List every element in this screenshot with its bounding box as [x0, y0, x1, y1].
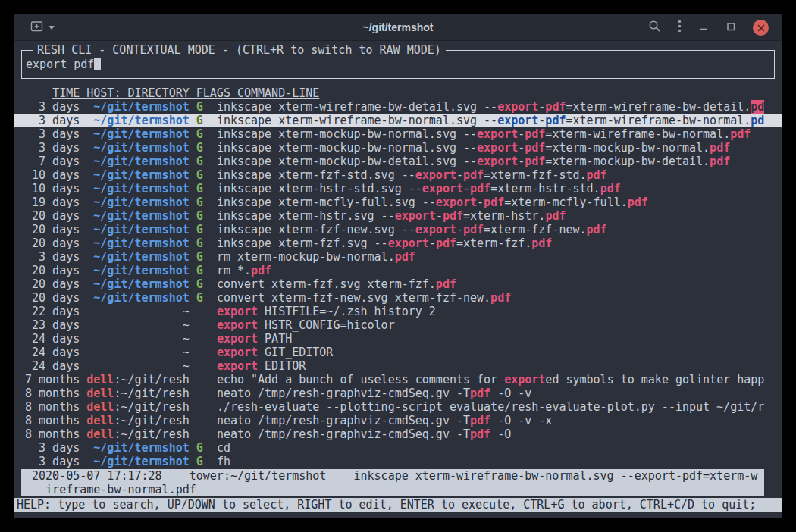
restore-button[interactable]: [725, 20, 736, 35]
close-icon: [757, 20, 765, 35]
history-row[interactable]: 3 days ~/git/termshot G inkscape xterm-w…: [14, 114, 782, 127]
history-row[interactable]: 8 months dell:~/git/resh ./resh-evaluate…: [21, 400, 775, 414]
history-row[interactable]: 20 days ~/git/termshot G rm *.pdf: [21, 264, 775, 277]
history-row[interactable]: 3 days ~/git/termshot G inkscape xterm-w…: [21, 100, 775, 114]
search-icon: [648, 20, 661, 36]
close-button[interactable]: [753, 20, 769, 36]
status-bar: 2020-05-07 17:17:28 tower:~/git/termshot…: [21, 469, 764, 496]
search-query: export pdf: [26, 58, 94, 71]
history-row[interactable]: 20 days ~/git/termshot G inkscape xterm-…: [21, 209, 775, 223]
history-row[interactable]: 20 days ~/git/termshot G convert xterm-f…: [21, 291, 775, 305]
terminal-window: ~/git/termshot: [14, 14, 782, 518]
new-tab-button[interactable]: [30, 20, 43, 35]
history-row[interactable]: 8 months dell:~/git/resh neato /tmp/resh…: [21, 427, 775, 441]
new-tab-dropdown-button[interactable]: [49, 26, 55, 30]
status-line-2: ireframe-bw-normal.pdf: [21, 483, 764, 496]
history-row[interactable]: 24 days ~ export EDITOR: [21, 359, 775, 373]
history-row[interactable]: 22 days ~ export HISTFILE=~/.zsh_history…: [21, 305, 775, 318]
search-button[interactable]: [648, 20, 661, 36]
history-row[interactable]: 20 days ~/git/termshot G inkscape xterm-…: [21, 223, 775, 236]
history-row[interactable]: 20 days ~/git/termshot G convert xterm-f…: [21, 277, 775, 291]
help-bar: HELP: type to search, UP/DOWN to select,…: [14, 498, 782, 512]
status-line-1: 2020-05-07 17:17:28 tower:~/git/termshot…: [21, 469, 764, 483]
history-row[interactable]: 3 days ~/git/termshot G inkscape xterm-m…: [21, 141, 775, 155]
history-row[interactable]: 24 days ~ export GIT_EDITOR: [21, 346, 775, 359]
terminal-content: RESH CLI - CONTEXTUAL MODE - (CTRL+R to …: [14, 41, 782, 512]
history-row[interactable]: 19 days ~/git/termshot G inkscape xterm-…: [21, 196, 775, 209]
menu-button[interactable]: [678, 20, 682, 36]
history-row[interactable]: 24 days ~ export PATH: [21, 332, 775, 346]
history-row[interactable]: 8 months dell:~/git/resh neato /tmp/resh…: [21, 386, 775, 400]
history-header: TIME HOST: DIRECTORY FLAGS COMMAND-LINE: [21, 86, 775, 100]
titlebar: ~/git/termshot: [14, 14, 782, 41]
search-box-title: RESH CLI - CONTEXTUAL MODE - (CTRL+R to …: [33, 43, 446, 57]
history-row[interactable]: 23 days ~ export HSTR_CONFIG=hicolor: [21, 318, 775, 332]
history-row[interactable]: 3 days ~/git/termshot G inkscape xterm-m…: [21, 127, 775, 141]
history-row[interactable]: 10 days ~/git/termshot G inkscape xterm-…: [21, 168, 775, 182]
text-cursor: [94, 58, 101, 70]
minimize-icon: [698, 20, 709, 35]
history-row[interactable]: 7 days ~/git/termshot G inkscape xterm-m…: [21, 155, 775, 168]
history-rows: 3 days ~/git/termshot G inkscape xterm-w…: [21, 100, 775, 468]
history-row[interactable]: 20 days ~/git/termshot G inkscape xterm-…: [21, 236, 775, 250]
history-row[interactable]: 3 days ~/git/termshot G rm xterm-mockup-…: [21, 250, 775, 264]
search-box: RESH CLI - CONTEXTUAL MODE - (CTRL+R to …: [21, 50, 775, 79]
history-row[interactable]: 10 days ~/git/termshot G inkscape xterm-…: [21, 182, 775, 196]
chevron-down-icon: [49, 26, 55, 30]
history-row[interactable]: 8 months dell:~/git/resh neato /tmp/resh…: [21, 414, 775, 427]
history-row[interactable]: 3 days ~/git/termshot G fh: [21, 455, 775, 468]
kebab-menu-icon: [678, 20, 682, 36]
new-tab-icon: [30, 20, 43, 35]
history-row[interactable]: 7 months dell:~/git/resh echo "Add a bun…: [21, 373, 775, 386]
minimize-button[interactable]: [698, 20, 709, 35]
search-input-line[interactable]: export pdf: [22, 58, 774, 71]
history-row[interactable]: 3 days ~/git/termshot G cd: [21, 441, 775, 455]
restore-icon: [725, 20, 736, 35]
